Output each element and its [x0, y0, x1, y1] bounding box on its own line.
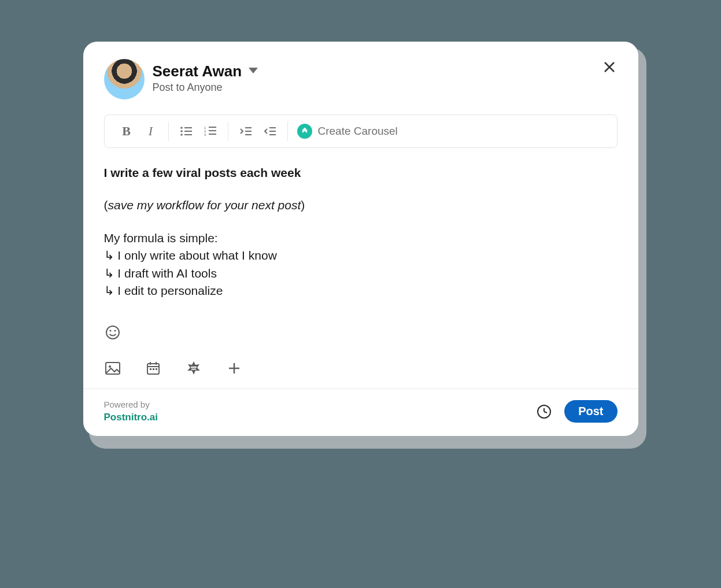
paren-italic-text: save my workflow for your next post	[108, 198, 301, 212]
brand-name[interactable]: Postnitro.ai	[104, 412, 158, 423]
carousel-label: Create Carousel	[318, 125, 398, 138]
svg-point-5	[180, 130, 183, 132]
svg-point-23	[114, 330, 116, 331]
numbered-list-button[interactable]: 1 2 3	[202, 123, 219, 139]
chevron-down-icon	[249, 66, 258, 77]
bullet-list-button[interactable]	[178, 123, 194, 139]
modal-footer: Powered by Postnitro.ai Post	[104, 389, 618, 423]
close-button[interactable]	[599, 57, 620, 77]
indent-icon	[239, 125, 252, 137]
indent-button[interactable]	[238, 123, 254, 139]
avatar[interactable]	[104, 59, 145, 99]
toolbar-separator	[287, 121, 288, 141]
powered-by-block: Powered by Postnitro.ai	[104, 400, 158, 423]
carousel-icon	[297, 124, 312, 139]
modal-header: Seerat Awan Post to Anyone	[104, 59, 618, 99]
add-more-button[interactable]	[225, 360, 243, 377]
toolbar-separator	[168, 121, 169, 141]
bold-button[interactable]: B	[119, 123, 135, 139]
author-identity[interactable]: Seerat Awan Post to Anyone	[153, 59, 258, 94]
svg-rect-12	[209, 130, 216, 131]
post-button[interactable]: Post	[564, 400, 617, 423]
celebrate-button[interactable]	[185, 360, 202, 377]
svg-text:3: 3	[204, 133, 206, 136]
plus-icon	[227, 361, 241, 375]
svg-rect-6	[184, 131, 192, 132]
svg-rect-32	[156, 368, 157, 370]
add-image-button[interactable]	[104, 360, 121, 377]
attachment-row	[104, 360, 618, 389]
content-bullet: ↳ I edit to personalize	[104, 282, 618, 299]
list-ul-icon	[180, 125, 193, 137]
format-toolbar: B I 1 2 3	[104, 114, 618, 148]
svg-rect-19	[269, 131, 276, 132]
calendar-icon	[146, 361, 161, 376]
svg-line-40	[544, 412, 547, 413]
image-icon	[105, 361, 121, 375]
clock-icon	[537, 404, 552, 419]
content-paren-line: (save my workflow for your next post)	[104, 197, 618, 214]
italic-button[interactable]: I	[143, 123, 159, 139]
close-icon	[602, 60, 616, 74]
svg-rect-20	[269, 134, 276, 135]
content-intro: My formula is simple:	[104, 230, 618, 247]
svg-rect-34	[191, 367, 197, 368]
visibility-label: Post to Anyone	[153, 82, 258, 94]
author-name: Seerat Awan	[153, 62, 242, 80]
svg-rect-4	[184, 127, 192, 128]
svg-rect-15	[245, 127, 252, 128]
svg-rect-30	[150, 368, 151, 370]
list-ol-icon: 1 2 3	[204, 125, 217, 137]
outdent-icon	[264, 125, 276, 137]
svg-marker-33	[187, 361, 200, 375]
svg-rect-16	[245, 131, 252, 132]
create-carousel-button[interactable]: Create Carousel	[297, 124, 398, 139]
smile-icon	[105, 325, 120, 340]
paren-close: )	[301, 198, 305, 212]
content-bold-line: I write a few viral posts each week	[104, 164, 618, 182]
powered-by-label: Powered by	[104, 400, 158, 409]
svg-point-21	[106, 326, 119, 339]
svg-point-7	[180, 134, 183, 136]
svg-rect-35	[191, 369, 196, 370]
add-event-button[interactable]	[145, 360, 162, 377]
svg-point-3	[180, 127, 183, 129]
emoji-row	[104, 324, 618, 342]
svg-rect-24	[106, 363, 120, 374]
post-editor[interactable]: I write a few viral posts each week (sav…	[104, 164, 618, 303]
svg-marker-0	[249, 68, 258, 73]
svg-rect-31	[153, 368, 154, 370]
compose-modal: Seerat Awan Post to Anyone B I	[83, 42, 638, 436]
svg-rect-17	[245, 134, 252, 135]
svg-point-25	[109, 365, 111, 368]
emoji-picker-button[interactable]	[104, 324, 121, 341]
svg-point-22	[109, 330, 111, 331]
outdent-button[interactable]	[262, 123, 278, 139]
starburst-icon	[186, 360, 202, 376]
svg-rect-10	[209, 127, 216, 128]
toolbar-separator	[228, 121, 228, 141]
content-bullet: ↳ I draft with AI tools	[104, 265, 618, 282]
svg-rect-14	[209, 134, 216, 135]
svg-rect-8	[184, 134, 192, 135]
svg-rect-18	[269, 127, 276, 128]
paren-open: (	[104, 198, 108, 212]
content-bullet: ↳ I only write about what I know	[104, 247, 618, 264]
schedule-button[interactable]	[535, 403, 553, 420]
